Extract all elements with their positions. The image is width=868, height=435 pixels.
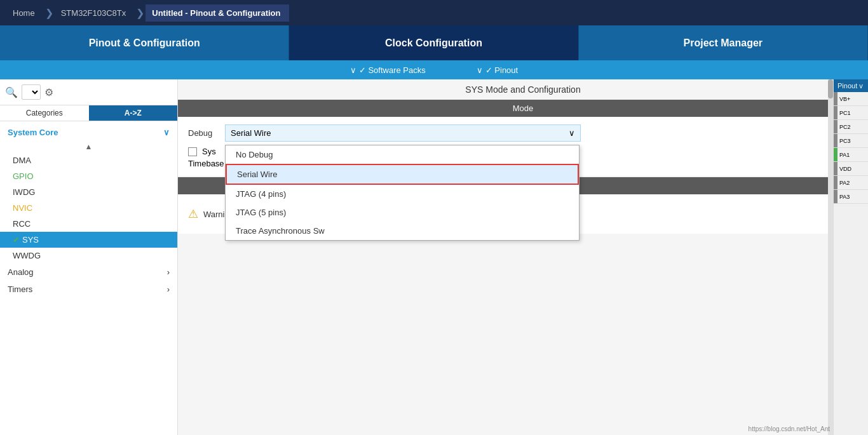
pin-label-pc2: PC2 bbox=[837, 123, 853, 131]
tab-categories[interactable]: Categories bbox=[0, 105, 89, 121]
mode-section: Debug Serial Wire ∨ No Debug Serial Wire… bbox=[178, 117, 868, 176]
debug-row: Debug Serial Wire ∨ No Debug Serial Wire… bbox=[188, 124, 858, 142]
pin-pa3: PA3 bbox=[834, 190, 868, 204]
breadcrumb-arrow-1: ❯ bbox=[45, 7, 53, 19]
option-no-debug[interactable]: No Debug bbox=[226, 145, 579, 164]
pin-label-pa1: PA1 bbox=[837, 151, 851, 159]
timers-label: Timers bbox=[8, 284, 32, 294]
pin-vdd: VDD bbox=[834, 162, 868, 176]
sidebar-item-nvic[interactable]: NVIC bbox=[0, 200, 177, 216]
search-dropdown[interactable] bbox=[22, 84, 41, 100]
option-trace-async[interactable]: Trace Asynchronous Sw bbox=[226, 222, 579, 240]
pin-label-pc1: PC1 bbox=[837, 109, 853, 117]
pinout-panel: Pinout v VB+ PC1 PC2 PC3 PA1 bbox=[833, 79, 868, 435]
analog-section[interactable]: Analog › bbox=[0, 264, 177, 281]
analog-label: Analog bbox=[8, 267, 33, 277]
sys-checkmark: ✔ bbox=[13, 235, 20, 244]
breadcrumb-device[interactable]: STM32F103C8Tx bbox=[55, 4, 135, 22]
scrollbar-thumb[interactable] bbox=[828, 79, 833, 98]
mode-section-header: Mode bbox=[178, 100, 868, 117]
pin-vb: VB+ bbox=[834, 92, 868, 106]
breadcrumb-project[interactable]: Untitled - Pinout & Configuration bbox=[146, 4, 289, 22]
timers-section[interactable]: Timers › bbox=[0, 281, 177, 298]
sidebar: 🔍 ⚙ Categories A->Z System Core ∨ ▲ DMA … bbox=[0, 79, 178, 435]
subbar-software-packs[interactable]: ∨ ✓ Software Packs bbox=[350, 65, 426, 75]
debug-select-chevron: ∨ bbox=[569, 128, 575, 138]
timers-chevron: › bbox=[167, 284, 170, 294]
breadcrumb-home[interactable]: Home bbox=[6, 4, 44, 22]
tab-az[interactable]: A->Z bbox=[89, 105, 178, 121]
panel-title: SYS Mode and Configuration bbox=[178, 79, 868, 100]
subbar-label-1: ✓ Software Packs bbox=[359, 65, 426, 75]
option-jtag-4[interactable]: JTAG (4 pins) bbox=[226, 185, 579, 203]
tab-clock[interactable]: Clock Configuration bbox=[289, 25, 578, 60]
pin-label-pc3: PC3 bbox=[837, 137, 853, 145]
right-panel: SYS Mode and Configuration Mode Debug Se… bbox=[178, 79, 868, 435]
option-jtag-5[interactable]: JTAG (5 pins) bbox=[226, 203, 579, 222]
debug-dropdown[interactable]: No Debug Serial Wire JTAG (4 pins) JTAG … bbox=[225, 145, 580, 241]
pin-label-vb: VB+ bbox=[837, 95, 852, 104]
sidebar-item-rcc[interactable]: RCC bbox=[0, 216, 177, 232]
subbar-pinout[interactable]: ∨ ✓ Pinout bbox=[477, 65, 518, 75]
system-core-header[interactable]: System Core ∨ bbox=[0, 124, 177, 141]
sys-checkbox[interactable] bbox=[188, 147, 197, 156]
pin-pc3: PC3 bbox=[834, 134, 868, 148]
sidebar-search-area: 🔍 ⚙ bbox=[0, 79, 177, 105]
subbar-chevron-2: ∨ bbox=[477, 65, 483, 75]
analog-chevron: › bbox=[167, 267, 170, 277]
sys-label: Sys bbox=[202, 147, 216, 156]
debug-label: Debug bbox=[188, 128, 220, 138]
sidebar-item-dma[interactable]: DMA bbox=[0, 152, 177, 168]
debug-select[interactable]: Serial Wire ∨ bbox=[225, 124, 581, 142]
system-core-chevron: ∨ bbox=[163, 128, 170, 137]
tab-pinout[interactable]: Pinout & Configuration bbox=[0, 25, 289, 60]
sidebar-tab-bar: Categories A->Z bbox=[0, 105, 177, 121]
tab-bar: Pinout & Configuration Clock Configurati… bbox=[0, 25, 868, 60]
pin-pc2: PC2 bbox=[834, 120, 868, 134]
warning-icon: ⚠ bbox=[188, 207, 198, 221]
pin-label-pa3: PA3 bbox=[837, 192, 851, 201]
system-core-label: System Core bbox=[8, 128, 58, 137]
sub-bar: ∨ ✓ Software Packs ∨ ✓ Pinout bbox=[0, 60, 868, 79]
pin-label-vdd: VDD bbox=[837, 164, 853, 173]
option-serial-wire[interactable]: Serial Wire bbox=[226, 164, 579, 185]
sidebar-content: System Core ∨ ▲ DMA GPIO IWDG NVIC RCC ✔… bbox=[0, 121, 177, 435]
scroll-up-btn[interactable]: ▲ bbox=[0, 141, 177, 152]
breadcrumb: Home ❯ STM32F103C8Tx ❯ Untitled - Pinout… bbox=[0, 0, 868, 25]
sidebar-item-gpio[interactable]: GPIO bbox=[0, 168, 177, 184]
subbar-chevron-1: ∨ bbox=[350, 65, 356, 75]
sidebar-item-iwdg[interactable]: IWDG bbox=[0, 184, 177, 200]
pin-pa2: PA2 bbox=[834, 176, 868, 190]
main-content: 🔍 ⚙ Categories A->Z System Core ∨ ▲ DMA … bbox=[0, 79, 868, 435]
gear-icon[interactable]: ⚙ bbox=[44, 86, 53, 98]
tab-project-manager[interactable]: Project Manager bbox=[579, 25, 868, 60]
pin-label-pa2: PA2 bbox=[837, 178, 851, 187]
pinout-header[interactable]: Pinout v bbox=[834, 79, 868, 92]
search-icon[interactable]: 🔍 bbox=[5, 86, 18, 98]
scroll-up-arrow: ▲ bbox=[85, 142, 93, 151]
watermark: https://blog.csdn.net/Hot_Ant bbox=[749, 425, 830, 432]
pin-pa1: PA1 bbox=[834, 148, 868, 162]
sidebar-item-wwdg[interactable]: WWDG bbox=[0, 248, 177, 264]
scrollbar-track[interactable] bbox=[828, 79, 833, 435]
pin-pc1: PC1 bbox=[834, 106, 868, 120]
debug-select-value: Serial Wire bbox=[231, 128, 271, 138]
sidebar-item-sys[interactable]: ✔SYS bbox=[0, 232, 177, 248]
subbar-label-2: ✓ Pinout bbox=[485, 65, 518, 75]
timebase-label: Timebase bbox=[188, 159, 224, 168]
breadcrumb-arrow-2: ❯ bbox=[136, 7, 144, 19]
